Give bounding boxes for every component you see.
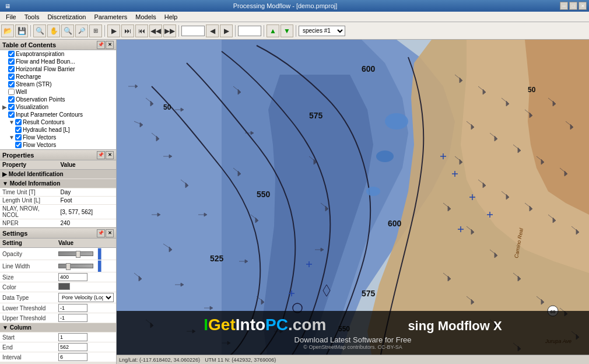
datatype-select[interactable]: Pore Velocity (Log) Pore Velocity Darcy …: [58, 293, 114, 302]
opacity-slider-thumb[interactable]: [76, 251, 80, 258]
toc-pin[interactable]: 📌: [97, 41, 105, 49]
svg-point-118: [385, 113, 408, 130]
toc-input-contours[interactable]: Input Parameter Contours: [0, 111, 116, 118]
species-select[interactable]: species #1: [299, 26, 345, 36]
toolbar-up[interactable]: ▲: [267, 24, 279, 37]
toc-header: Table of Contents 📌 ✕: [0, 40, 116, 50]
interval-input[interactable]: [58, 353, 87, 361]
map-area[interactable]: 600 575 550 525 600 575 550 50 50: [117, 40, 589, 364]
toolbar-zoomin[interactable]: 🔍: [61, 24, 74, 37]
toc-close[interactable]: ✕: [106, 41, 114, 49]
settings-row-lower-threshold: Lower Threshold: [0, 303, 116, 313]
toolbar-save[interactable]: 💾: [15, 24, 28, 37]
watermark-i: I: [204, 316, 208, 334]
svg-text:550: 550: [257, 190, 271, 199]
settings-close[interactable]: ✕: [106, 229, 114, 237]
watermark-title: IGetIntoPC.com sing Modflow X: [117, 316, 589, 334]
toolbar-rewind[interactable]: ◀◀: [149, 24, 162, 37]
toc-flow-head-boun[interactable]: Flow and Head Boun...: [0, 58, 116, 65]
toc-title: Table of Contents: [2, 41, 56, 48]
svg-text:525: 525: [210, 254, 224, 263]
settings-row-datatype: Data Type Pore Velocity (Log) Pore Veloc…: [0, 292, 116, 303]
watermark-into: Into: [236, 316, 265, 334]
settings-row-linewidth: Line Width ▐: [0, 260, 116, 272]
props-section-model-info: ▼ Model Information: [0, 179, 116, 188]
menu-file[interactable]: File: [2, 13, 20, 21]
toolbar-forward[interactable]: ▶▶: [163, 24, 176, 37]
watermark-com: .com: [288, 316, 326, 334]
toc-observation[interactable]: Observation Points: [0, 96, 116, 103]
toolbar-next[interactable]: ▶: [220, 24, 233, 37]
upper-threshold-input[interactable]: [58, 314, 87, 322]
menu-parameters[interactable]: Parameters: [90, 13, 131, 21]
watermark-brand: sing Modflow X: [408, 318, 502, 333]
toc-recharge[interactable]: Recharge: [0, 73, 116, 80]
props-section-model-id: ▶ Model Identification: [0, 170, 116, 179]
linewidth-slider-thumb[interactable]: [66, 263, 71, 270]
settings-row-interval: Interval: [0, 352, 116, 362]
menu-tools[interactable]: Tools: [21, 13, 43, 21]
left-panel: Table of Contents 📌 ✕ Evapotranspiration…: [0, 40, 117, 364]
props-row-nlay: NLAY, NROW, NCOL [3, 577, 562]: [0, 205, 116, 219]
status-coords: Lng/Lat: (-117.618402, 34.060226): [119, 357, 200, 363]
toc-visualization[interactable]: ▶Visualization: [0, 103, 116, 111]
toolbar-zoomout[interactable]: 🔎: [75, 24, 88, 37]
window-title: Processing Modflow - [demo.pmproj]: [10, 2, 560, 9]
toolbar-fullextent[interactable]: ⊞: [89, 24, 102, 37]
toolbar-step[interactable]: ⏭: [121, 24, 134, 37]
opacity-slider-track[interactable]: [58, 251, 93, 256]
svg-point-120: [366, 187, 380, 196]
menu-help[interactable]: Help: [161, 13, 181, 21]
props-pin[interactable]: 📌: [97, 151, 105, 159]
settings-row-upper-threshold: Upper Threshold: [0, 313, 116, 323]
toc-tree: Evapotranspiration Flow and Head Boun...…: [0, 50, 116, 149]
close-button[interactable]: ✕: [579, 2, 587, 10]
properties-title: Properties: [2, 152, 34, 159]
toolbar-pan[interactable]: ✋: [47, 24, 60, 37]
toc-stream[interactable]: Stream (STR): [0, 80, 116, 88]
settings-row-size: Size: [0, 272, 116, 282]
menu-models[interactable]: Models: [132, 13, 159, 21]
toolbar-prev[interactable]: ◀: [206, 24, 219, 37]
toolbar-zoom-rect[interactable]: 🔍: [33, 24, 46, 37]
settings-col-value: Value: [56, 239, 116, 248]
svg-point-119: [376, 150, 394, 162]
linewidth-indicator[interactable]: ▐: [94, 261, 101, 271]
toc-evapotranspiration[interactable]: Evapotranspiration: [0, 50, 116, 58]
color-swatch[interactable]: [58, 283, 70, 290]
app-icon: 🖥: [2, 3, 10, 9]
toolbar: 📂 💾 🔍 ✋ 🔍 🔎 ⊞ ▶ ⏭ ⏮ ◀◀ ▶▶ 240 ◀ ▶ 1 ▲ ▼ …: [0, 22, 589, 40]
watermark-overlay: IGetIntoPC.com sing Modflow X Download L…: [117, 311, 589, 355]
svg-text:600: 600: [388, 219, 402, 228]
toc-hydraulic-head[interactable]: Hydraulic head [L]: [0, 126, 116, 134]
lower-threshold-input[interactable]: [58, 304, 87, 312]
toc-flow-vectors[interactable]: Flow Vectors: [0, 141, 116, 149]
minimize-button[interactable]: ─: [560, 2, 568, 10]
zoom-input[interactable]: 240: [181, 26, 205, 36]
settings-row-end: End: [0, 342, 116, 352]
settings-table: Setting Value Opacity ▐: [0, 239, 116, 362]
toc-horizontal-flow[interactable]: Horizontal Flow Barrier: [0, 65, 116, 73]
props-row-nper: NPER 240: [0, 219, 116, 228]
toolbar-run[interactable]: ▶: [107, 24, 120, 37]
settings-col-setting: Setting: [0, 239, 56, 248]
toolbar-open[interactable]: 📂: [1, 24, 14, 37]
toc-result-contours[interactable]: ▼Result Contours: [0, 118, 116, 126]
toolbar-down[interactable]: ▼: [281, 24, 293, 37]
toc-flow-vectors-group[interactable]: ▼Flow Vectors: [0, 134, 116, 141]
end-input[interactable]: [58, 343, 87, 351]
toolbar-back[interactable]: ⏮: [135, 24, 148, 37]
props-close[interactable]: ✕: [106, 151, 114, 159]
opacity-indicator[interactable]: ▐: [94, 249, 101, 259]
toc-well[interactable]: Well: [0, 88, 116, 96]
start-input[interactable]: [58, 333, 87, 341]
main-layout: Table of Contents 📌 ✕ Evapotranspiration…: [0, 40, 589, 364]
menu-discretization[interactable]: Discretization: [44, 13, 89, 21]
maximize-button[interactable]: □: [569, 2, 577, 10]
page-input[interactable]: 1: [238, 26, 261, 36]
settings-pin[interactable]: 📌: [97, 229, 105, 237]
size-input[interactable]: [58, 273, 87, 281]
linewidth-slider-track[interactable]: [58, 264, 93, 268]
svg-text:575: 575: [362, 289, 376, 298]
status-utm: UTM 11 N: (442932, 3769006): [205, 357, 276, 363]
